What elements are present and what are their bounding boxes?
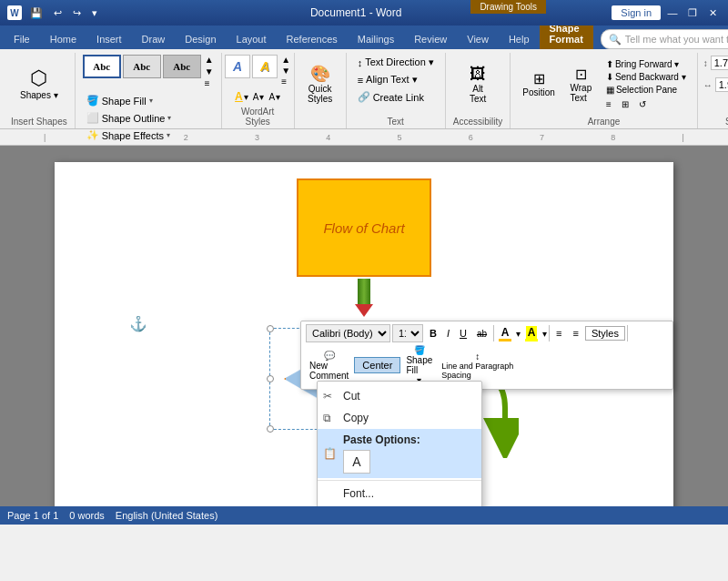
- tab-insert[interactable]: Insert: [86, 29, 132, 49]
- selection-pane-btn[interactable]: ▦ Selection Pane: [602, 84, 690, 96]
- width-field[interactable]: [715, 77, 728, 92]
- italic-btn[interactable]: I: [442, 324, 454, 342]
- text-direction-icon: ↕: [358, 57, 363, 68]
- strikethrough-btn[interactable]: ab: [472, 324, 491, 342]
- align-text-btn[interactable]: ≡ Align Text ▾: [354, 72, 421, 87]
- undo-btn[interactable]: ↩: [51, 7, 65, 19]
- quick-styles-btn[interactable]: 🎨 QuickStyles: [302, 61, 339, 107]
- paste-option-1[interactable]: A: [343, 450, 370, 474]
- shape-style-presets: Abc Abc Abc ▲ ▼ ≡: [83, 55, 214, 89]
- text-fill-btn[interactable]: A ▾ A ▾ A ▾: [235, 90, 280, 103]
- numbering-btn[interactable]: ≡: [569, 326, 583, 341]
- tab-view[interactable]: View: [457, 29, 499, 49]
- tab-home[interactable]: Home: [40, 29, 86, 49]
- arrange-content: ⊞ Position ⊡ WrapText ⬆ Bring Forward ▾ …: [518, 53, 689, 115]
- toolbar-sep-2: [549, 325, 550, 341]
- tab-file[interactable]: File: [4, 29, 40, 49]
- style-btn-3[interactable]: Abc: [163, 55, 201, 78]
- cm-paragraph[interactable]: Paragraph...: [318, 505, 481, 506]
- signin-button[interactable]: Sign in: [612, 5, 661, 20]
- text-effects-dropdown[interactable]: ▾: [276, 92, 280, 102]
- tell-me-placeholder: Tell me what you want to do: [625, 34, 728, 45]
- outline-dropdown-arrow[interactable]: ▾: [167, 114, 171, 122]
- status-bar: Page 1 of 1 0 words English (United Stat…: [0, 506, 728, 525]
- highlight-btn[interactable]: A: [522, 325, 541, 342]
- font-selector[interactable]: Calibri (Body): [306, 324, 390, 342]
- tell-me-input[interactable]: 🔍 Tell me what you want to do: [601, 29, 728, 49]
- fill-dropdown-arrow[interactable]: ▾: [149, 97, 153, 105]
- style-gallery-up[interactable]: ▲: [205, 55, 214, 66]
- wrap-text-icon: ⊡: [575, 66, 587, 83]
- underline-btn[interactable]: U: [455, 324, 471, 342]
- ruler-mark: 7: [540, 133, 544, 142]
- wordart-btn-1[interactable]: A: [225, 55, 250, 78]
- cm-font[interactable]: Font...: [318, 483, 481, 505]
- wordart-presets: A A ▲▼≡: [225, 55, 290, 87]
- line-spacing-btn[interactable]: ↕ Line and ParagraphSpacing: [438, 351, 517, 381]
- handle-top-left[interactable]: [267, 325, 274, 332]
- text-outline-dropdown[interactable]: ▾: [259, 92, 264, 102]
- style-btn-2[interactable]: Abc: [123, 55, 161, 78]
- send-backward-icon: ⬇: [606, 72, 613, 82]
- flow-of-chart-box[interactable]: Flow of Chart: [297, 178, 431, 277]
- style-gallery-more[interactable]: ≡: [205, 78, 214, 89]
- position-btn[interactable]: ⊞ Position: [518, 67, 560, 100]
- group-btn[interactable]: ⊞: [618, 98, 632, 110]
- bold-btn[interactable]: B: [425, 324, 441, 342]
- cm-cut-label: Cut: [343, 390, 360, 403]
- ribbon-group-size: ↕ ▲ ▼ ↔ ▲ ▼ Size: [698, 53, 728, 128]
- tab-review[interactable]: Review: [404, 29, 457, 49]
- cm-sep-1: [318, 480, 481, 481]
- handle-bottom-left[interactable]: [267, 425, 274, 433]
- style-btn-1[interactable]: Abc: [83, 55, 121, 78]
- page-info: Page 1 of 1: [7, 510, 58, 521]
- doc-area[interactable]: ⚓ Flow of Chart Procedure: [0, 146, 728, 506]
- text-fill-dropdown[interactable]: ▾: [244, 92, 248, 102]
- bring-forward-btn[interactable]: ⬆ Bring Forward ▾: [602, 58, 690, 70]
- text-direction-btn[interactable]: ↕ Text Direction ▾: [354, 55, 438, 70]
- center-btn[interactable]: Center: [354, 357, 400, 373]
- shape-outline-btn[interactable]: ⬜ Shape Outline ▾: [83, 110, 176, 126]
- shape-outline-label: Shape Outline: [102, 113, 166, 124]
- cm-copy[interactable]: ⧉ Copy: [318, 407, 481, 429]
- tab-draw[interactable]: Draw: [132, 29, 176, 49]
- new-comment-btn[interactable]: 💬 NewComment: [306, 350, 352, 382]
- tab-design[interactable]: Design: [175, 29, 226, 49]
- app-icon: W: [7, 5, 22, 20]
- font-color-btn[interactable]: A: [496, 325, 514, 342]
- save-quick-btn[interactable]: 💾: [27, 7, 46, 19]
- styles-btn[interactable]: Styles: [585, 326, 625, 341]
- highlight-bar: [525, 339, 538, 341]
- cm-cut[interactable]: ✂ Cut: [318, 385, 481, 407]
- tab-mailings[interactable]: Mailings: [348, 29, 404, 49]
- rotate-btn[interactable]: ↺: [635, 98, 650, 110]
- shape-fill-btn[interactable]: 🪣 Shape Fill ▾: [83, 93, 157, 108]
- font-color-dropdown[interactable]: ▾: [516, 329, 521, 339]
- wordart-btn-2[interactable]: A: [252, 55, 278, 78]
- redo-btn[interactable]: ↪: [70, 7, 84, 19]
- tab-references[interactable]: References: [277, 29, 348, 49]
- style-gallery-down[interactable]: ▼: [205, 66, 214, 77]
- font-size-selector[interactable]: 11: [392, 324, 423, 342]
- height-field[interactable]: [711, 56, 728, 70]
- customize-quick-btn[interactable]: ▾: [89, 7, 100, 19]
- minimize-btn[interactable]: —: [664, 5, 681, 21]
- tab-help[interactable]: Help: [499, 29, 540, 49]
- position-label: Position: [522, 87, 555, 97]
- alt-text-label: AltText: [470, 84, 486, 104]
- cm-paste-options[interactable]: 📋 Paste Options: A: [318, 429, 481, 478]
- ribbon-group-accessibility: 🖼 AltText Accessibility: [446, 53, 511, 128]
- wordart-gallery-ctrl[interactable]: ▲▼≡: [281, 55, 290, 87]
- send-backward-btn[interactable]: ⬇ Send Backward ▾: [602, 71, 690, 83]
- create-link-btn[interactable]: 🔗 Create Link: [354, 89, 428, 105]
- close-btn[interactable]: ✕: [704, 5, 721, 21]
- alt-text-btn[interactable]: 🖼 AltText: [460, 62, 496, 107]
- tab-layout[interactable]: Layout: [227, 29, 277, 49]
- highlight-dropdown[interactable]: ▾: [542, 329, 547, 339]
- shapes-btn[interactable]: ⬡ Shapes ▾: [15, 66, 63, 103]
- wrap-text-btn[interactable]: ⊡ WrapText: [565, 63, 597, 106]
- bullets-btn[interactable]: ≡: [551, 326, 566, 341]
- align-btn[interactable]: ≡: [602, 98, 615, 110]
- restore-btn[interactable]: ❐: [684, 5, 701, 21]
- handle-left[interactable]: [267, 375, 274, 382]
